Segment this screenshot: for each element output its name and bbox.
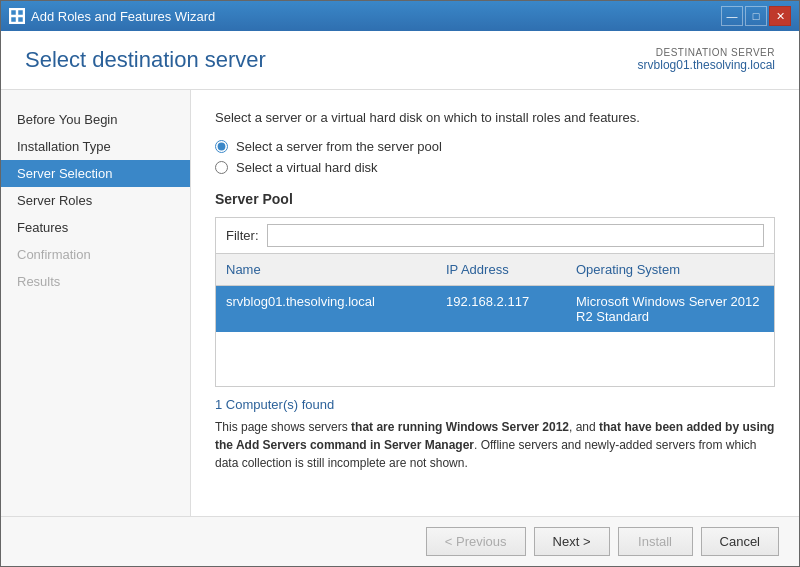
radio-vhd-input[interactable] — [215, 161, 228, 174]
next-button[interactable]: Next > — [534, 527, 610, 556]
radio-vhd-label: Select a virtual hard disk — [236, 160, 378, 175]
cancel-button[interactable]: Cancel — [701, 527, 779, 556]
server-pool-box: Filter: Name IP Address Operating System… — [215, 217, 775, 387]
cell-ip: 192.168.2.117 — [436, 291, 566, 327]
sidebar-item-installation-type[interactable]: Installation Type — [1, 133, 190, 160]
previous-button[interactable]: < Previous — [426, 527, 526, 556]
column-header-os: Operating System — [566, 258, 774, 281]
main-content: Select a server or a virtual hard disk o… — [191, 90, 799, 516]
radio-group: Select a server from the server pool Sel… — [215, 139, 775, 175]
footer: < Previous Next > Install Cancel — [1, 516, 799, 566]
found-text: 1 Computer(s) found — [215, 397, 775, 412]
app-icon — [9, 8, 25, 24]
filter-input[interactable] — [267, 224, 765, 247]
server-pool-title: Server Pool — [215, 191, 775, 207]
destination-value: srvblog01.thesolving.local — [638, 58, 775, 72]
svg-rect-2 — [11, 17, 16, 22]
svg-rect-3 — [18, 17, 23, 22]
sidebar-item-before-you-begin[interactable]: Before You Begin — [1, 106, 190, 133]
radio-server-pool-input[interactable] — [215, 140, 228, 153]
titlebar-buttons: — □ ✕ — [721, 6, 791, 26]
radio-server-pool-label: Select a server from the server pool — [236, 139, 442, 154]
sidebar-item-server-selection[interactable]: Server Selection — [1, 160, 190, 187]
destination-server: DESTINATION SERVER srvblog01.thesolving.… — [638, 47, 775, 72]
column-header-ip: IP Address — [436, 258, 566, 281]
svg-rect-0 — [11, 10, 16, 15]
instruction-text: Select a server or a virtual hard disk o… — [215, 110, 775, 125]
window: Add Roles and Features Wizard — □ ✕ Sele… — [0, 0, 800, 567]
window-title: Add Roles and Features Wizard — [31, 9, 215, 24]
sidebar: Before You BeginInstallation TypeServer … — [1, 90, 191, 516]
minimize-button[interactable]: — — [721, 6, 743, 26]
sidebar-item-results: Results — [1, 268, 190, 295]
page-title: Select destination server — [25, 47, 266, 73]
titlebar: Add Roles and Features Wizard — □ ✕ — [1, 1, 799, 31]
filter-label: Filter: — [226, 228, 259, 243]
install-button[interactable]: Install — [618, 527, 693, 556]
svg-rect-1 — [18, 10, 23, 15]
info-text: This page shows servers that are running… — [215, 418, 775, 472]
table-body: srvblog01.thesolving.local 192.168.2.117… — [216, 286, 774, 386]
content-area: Before You BeginInstallation TypeServer … — [1, 90, 799, 516]
filter-row: Filter: — [216, 218, 774, 254]
radio-vhd[interactable]: Select a virtual hard disk — [215, 160, 775, 175]
sidebar-item-server-roles[interactable]: Server Roles — [1, 187, 190, 214]
table-header: Name IP Address Operating System — [216, 254, 774, 286]
radio-server-pool[interactable]: Select a server from the server pool — [215, 139, 775, 154]
sidebar-item-features[interactable]: Features — [1, 214, 190, 241]
cell-name: srvblog01.thesolving.local — [216, 291, 436, 327]
header-banner: Select destination server DESTINATION SE… — [1, 31, 799, 90]
column-header-name: Name — [216, 258, 436, 281]
titlebar-left: Add Roles and Features Wizard — [9, 8, 215, 24]
table-row[interactable]: srvblog01.thesolving.local 192.168.2.117… — [216, 286, 774, 332]
close-button[interactable]: ✕ — [769, 6, 791, 26]
maximize-button[interactable]: □ — [745, 6, 767, 26]
cell-os: Microsoft Windows Server 2012 R2 Standar… — [566, 291, 774, 327]
destination-label: DESTINATION SERVER — [638, 47, 775, 58]
sidebar-item-confirmation: Confirmation — [1, 241, 190, 268]
